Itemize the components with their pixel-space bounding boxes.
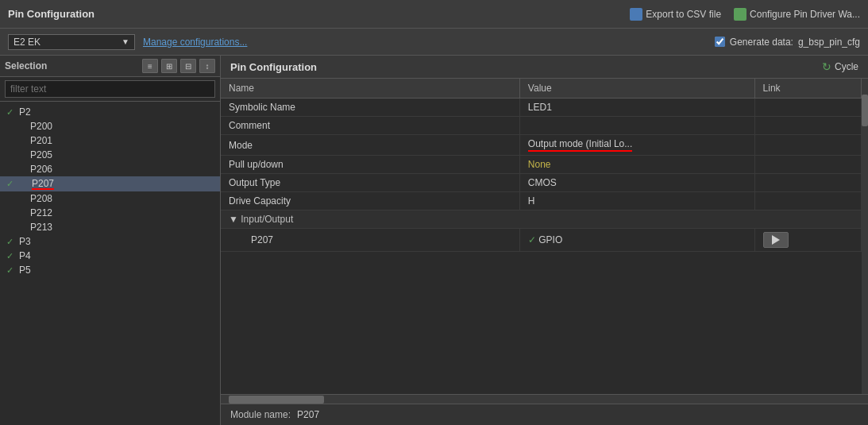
row-comment-value[interactable]: [519, 117, 754, 135]
module-bar: Module name: P207: [221, 404, 868, 425]
tree-label-P5: P5: [19, 265, 31, 276]
sidebar: Selection ≡ ⊞ ⊟ ↕ ✓ P2 P200 P201: [0, 56, 221, 425]
row-mode-value[interactable]: Output mode (Initial Lo...: [519, 135, 754, 156]
cycle-label: Cycle: [835, 61, 858, 72]
h-scrollbar-thumb: [229, 396, 324, 404]
row-p207-value[interactable]: ✓ GPIO: [519, 229, 754, 252]
col-header-link: Link: [754, 79, 861, 99]
sidebar-title: Selection: [5, 60, 139, 71]
check-icon-P207: ✓: [6, 179, 17, 189]
config-table: Name Value Link Symbolic Name LED1: [221, 79, 862, 252]
cycle-button[interactable]: ↻ Cycle: [822, 60, 858, 73]
header-actions: Export to CSV file Configure Pin Driver …: [630, 8, 860, 21]
row-drivecap-name: Drive Capacity: [221, 192, 519, 211]
tree-label-P200: P200: [30, 121, 52, 132]
configure-pin-driver-label: Configure Pin Driver Wa...: [750, 9, 860, 20]
check-icon-P4: ✓: [6, 251, 17, 261]
tree-view-icon[interactable]: ⊟: [180, 59, 196, 73]
tree-label-P3: P3: [19, 236, 31, 247]
config-dropdown-value: E2 EK: [14, 37, 41, 48]
main-content: Selection ≡ ⊞ ⊟ ↕ ✓ P2 P200 P201: [0, 56, 868, 425]
tree-item-P2[interactable]: ✓ P2: [0, 105, 220, 119]
configuration-dropdown[interactable]: E2 EK ▼: [8, 34, 135, 50]
tree-label-P213: P213: [30, 222, 52, 233]
export-csv-button[interactable]: Export to CSV file: [630, 8, 721, 21]
config-icon: [734, 8, 746, 21]
row-p207-name: P207: [221, 229, 519, 252]
generate-data-value: g_bsp_pin_cfg: [798, 37, 860, 48]
mode-value-text: Output mode (Initial Lo...: [528, 138, 632, 152]
tree-item-P4[interactable]: ✓ P4: [0, 249, 220, 263]
sort-icon[interactable]: ↕: [199, 59, 215, 73]
row-outputtype-link: [754, 174, 861, 192]
tree-item-P207[interactable]: ✓ P207: [0, 176, 220, 191]
row-pullupdown-value[interactable]: None: [519, 156, 754, 174]
row-symbolic-name: Symbolic Name: [221, 99, 519, 117]
table-row: Comment: [221, 117, 862, 135]
config-bar: E2 EK ▼ Manage configurations... Generat…: [0, 29, 868, 56]
row-outputtype-value[interactable]: CMOS: [519, 174, 754, 192]
check-icon: ✓: [6, 107, 17, 118]
tree-label-P2: P2: [19, 106, 31, 118]
top-header: Pin Configuration Export to CSV file Con…: [0, 0, 868, 29]
generate-data-section: Generate data: g_bsp_pin_cfg: [715, 37, 860, 48]
grid-view-icon[interactable]: ⊞: [161, 59, 177, 73]
tree-item-P208[interactable]: P208: [0, 191, 220, 206]
tree-item-P201[interactable]: P201: [0, 133, 220, 148]
config-table-container: Name Value Link Symbolic Name LED1: [221, 79, 862, 394]
tree-item-P205[interactable]: P205: [0, 148, 220, 162]
scrollbar-thumb: [862, 95, 868, 126]
right-panel-header: Pin Configuration ↻ Cycle: [221, 56, 868, 79]
p207-check-icon: ✓: [528, 234, 538, 245]
table-row: P207 ✓ GPIO: [221, 229, 862, 252]
row-mode-name: Mode: [221, 135, 519, 156]
config-table-area: Name Value Link Symbolic Name LED1: [221, 79, 868, 394]
tree-item-P200[interactable]: P200: [0, 119, 220, 133]
tree-item-P3[interactable]: ✓ P3: [0, 234, 220, 249]
filter-input[interactable]: [5, 80, 215, 98]
row-p207-link[interactable]: [754, 229, 861, 252]
tree-label-P205: P205: [30, 149, 52, 160]
module-name-value: P207: [297, 409, 319, 420]
tree-area: ✓ P2 P200 P201 P205 P206: [0, 102, 220, 425]
vertical-scrollbar[interactable]: [862, 79, 868, 394]
tree-label-P207: P207: [32, 178, 54, 190]
right-panel: Pin Configuration ↻ Cycle Name Value Lin…: [221, 56, 868, 425]
tree-label-P201: P201: [30, 135, 52, 146]
p207-value-text: GPIO: [538, 234, 562, 245]
list-view-icon[interactable]: ≡: [142, 59, 158, 73]
col-header-name: Name: [221, 79, 519, 99]
tree-label-P212: P212: [30, 207, 52, 218]
module-name-label: Module name:: [230, 409, 291, 420]
generate-data-checkbox[interactable]: [715, 37, 725, 47]
horizontal-scrollbar[interactable]: [221, 394, 868, 404]
arrow-right-icon: [772, 235, 780, 245]
tree-item-P212[interactable]: P212: [0, 206, 220, 220]
app-title: Pin Configuration: [8, 8, 630, 20]
tree-label-P4: P4: [19, 250, 31, 261]
filter-box: [0, 77, 220, 102]
manage-configurations-link[interactable]: Manage configurations...: [143, 37, 247, 48]
table-row: Pull up/down None: [221, 156, 862, 174]
tree-item-P213[interactable]: P213: [0, 220, 220, 234]
right-panel-title: Pin Configuration: [230, 61, 816, 73]
group-inputoutput[interactable]: ▼ Input/Output: [221, 211, 862, 229]
table-row: Output Type CMOS: [221, 174, 862, 192]
row-mode-link: [754, 135, 861, 156]
p207-navigate-button[interactable]: [763, 232, 789, 248]
row-symbolic-link: [754, 99, 861, 117]
row-pullupdown-name: Pull up/down: [221, 156, 519, 174]
row-comment-name: Comment: [221, 117, 519, 135]
row-outputtype-name: Output Type: [221, 174, 519, 192]
table-row-group: ▼ Input/Output: [221, 211, 862, 229]
row-symbolic-value[interactable]: LED1: [519, 99, 754, 117]
tree-item-P5[interactable]: ✓ P5: [0, 263, 220, 277]
cycle-icon: ↻: [822, 60, 831, 73]
configure-pin-driver-button[interactable]: Configure Pin Driver Wa...: [734, 8, 860, 21]
export-csv-label: Export to CSV file: [646, 9, 721, 20]
check-icon-P5: ✓: [6, 265, 17, 276]
sidebar-toolbar: Selection ≡ ⊞ ⊟ ↕: [0, 56, 220, 77]
table-row: Mode Output mode (Initial Lo...: [221, 135, 862, 156]
tree-item-P206[interactable]: P206: [0, 162, 220, 176]
row-drivecap-value[interactable]: H: [519, 192, 754, 211]
